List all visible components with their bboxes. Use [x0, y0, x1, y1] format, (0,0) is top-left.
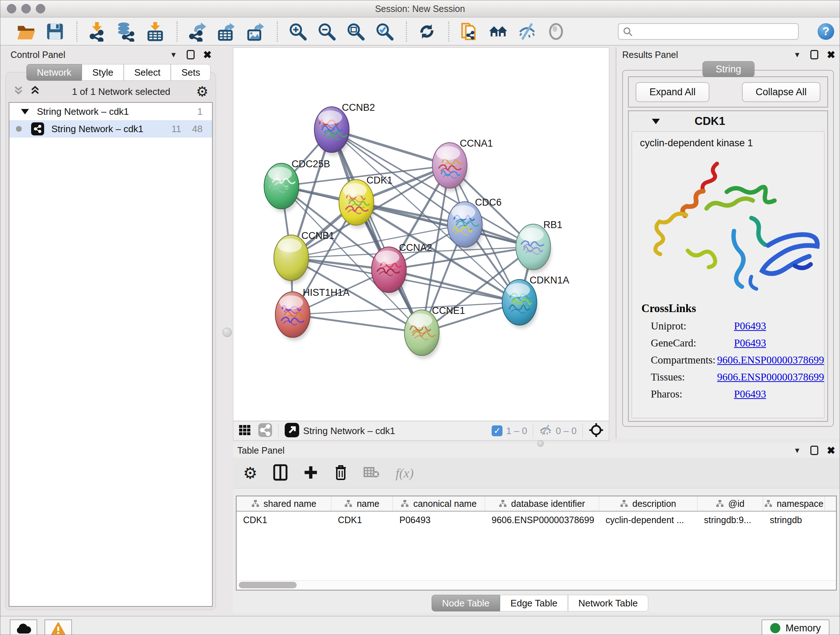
open-session-icon[interactable]: [16, 21, 36, 42]
column-header-name[interactable]: name: [332, 496, 393, 511]
control-panel-title: Control Panel: [11, 50, 65, 60]
memory-button[interactable]: Memory: [761, 619, 829, 635]
section-collapse-triangle-icon[interactable]: [652, 119, 660, 124]
node-ccna2[interactable]: CCNA2: [371, 242, 432, 296]
column-header-database-identifier[interactable]: database identifier: [485, 496, 599, 511]
tab-sets[interactable]: Sets: [171, 64, 210, 81]
edge-hist1h1a-ccne1[interactable]: [293, 315, 422, 333]
crosslink-link[interactable]: 9606.ENSP00000378699: [717, 371, 824, 383]
delete-column-trash-icon[interactable]: [334, 464, 347, 482]
crosslink-link[interactable]: P06493: [734, 388, 766, 400]
function-builder-icon[interactable]: f(x): [395, 466, 414, 481]
tab-style[interactable]: Style: [82, 64, 124, 81]
table-panel-float-icon[interactable]: [810, 446, 818, 455]
delete-table-icon[interactable]: [363, 466, 379, 480]
table-row[interactable]: CDK1CDK1P064939606.ENSP00000378699cyclin…: [237, 511, 836, 528]
network-collection-row[interactable]: String Network – cdk1 1: [9, 103, 212, 120]
hide-selected-eye-icon[interactable]: [516, 21, 538, 42]
zoom-selected-icon[interactable]: [374, 21, 395, 42]
crosslink-link[interactable]: P06493: [734, 337, 766, 349]
results-panel-menu-icon[interactable]: ▼: [794, 51, 801, 59]
tab-network-table[interactable]: Network Table: [568, 595, 648, 611]
network-options-gear-icon[interactable]: ⚙: [196, 85, 208, 98]
control-panel-close-icon[interactable]: ✖: [203, 49, 212, 61]
hidden-eye-slash-icon[interactable]: [539, 424, 552, 438]
table-cell[interactable]: P06493: [393, 515, 485, 525]
string-home-icon[interactable]: [488, 21, 508, 42]
show-all-eye-icon[interactable]: [546, 21, 567, 42]
node-details-header[interactable]: CDK1: [629, 111, 827, 131]
export-table-icon[interactable]: [216, 21, 237, 42]
table-horizontal-scrollbar[interactable]: [237, 580, 836, 590]
table-panel-close-icon[interactable]: ✖: [827, 445, 835, 456]
tab-select[interactable]: Select: [124, 64, 171, 81]
bottom-splitter-handle[interactable]: [537, 440, 544, 447]
node-rb1[interactable]: RB1: [516, 219, 562, 273]
tab-edge-table[interactable]: Edge Table: [500, 595, 568, 611]
network-canvas[interactable]: CCNB2CCNA1CDC25BCDK1CDC6RB1CCNB1CCNA2CDK…: [233, 48, 609, 421]
help-icon[interactable]: ?: [818, 23, 834, 40]
selected-checkbox-icon[interactable]: ✓: [492, 425, 502, 436]
network-share-icon[interactable]: [258, 423, 272, 439]
node-ccne1[interactable]: CCNE1: [404, 305, 465, 359]
table-panel-menu-icon[interactable]: ▼: [794, 447, 801, 455]
column-header-canonical-name[interactable]: canonical name: [393, 496, 485, 511]
table-cell[interactable]: CDK1: [237, 515, 332, 525]
expand-all-chevron-icon[interactable]: [30, 85, 41, 99]
column-header-shared-name[interactable]: shared name: [237, 496, 332, 511]
zoom-in-icon[interactable]: [287, 21, 308, 42]
refresh-icon[interactable]: [416, 21, 437, 42]
search-icon: [623, 27, 633, 37]
export-network-icon[interactable]: [187, 21, 208, 42]
collapse-triangle-icon[interactable]: [21, 109, 29, 114]
tab-network[interactable]: Network: [27, 64, 82, 81]
export-image-icon[interactable]: [245, 21, 266, 42]
scrollbar-thumb[interactable]: [239, 582, 297, 588]
import-network-icon[interactable]: [87, 21, 108, 42]
open-in-new-icon[interactable]: [284, 423, 300, 439]
collection-count: 1: [197, 106, 202, 117]
table-cell[interactable]: 9606.ENSP00000378699: [485, 515, 599, 525]
fit-selected-crosshair-icon[interactable]: [589, 423, 604, 439]
node-ccna1[interactable]: CCNA1: [432, 138, 493, 192]
collapse-all-chevron-icon[interactable]: [13, 85, 24, 99]
column-header-namespace[interactable]: namespace: [763, 496, 825, 511]
table-cell[interactable]: CDK1: [332, 515, 393, 525]
results-panel-float-icon[interactable]: [810, 50, 818, 59]
title-bar: Session: New Session: [0, 0, 840, 17]
control-panel-body: 1 of 1 Network selected ⚙ String Network…: [5, 72, 216, 610]
warnings-button[interactable]: [44, 619, 72, 635]
network-row-selected[interactable]: String Network – cdk1 11 48: [9, 120, 212, 138]
node-ccnb2[interactable]: CCNB2: [314, 102, 375, 156]
import-database-icon[interactable]: [116, 21, 137, 42]
cloud-button[interactable]: [10, 619, 37, 635]
node-cdc25b[interactable]: CDC25B: [264, 158, 330, 212]
left-splitter-handle[interactable]: [223, 328, 232, 337]
table-cell[interactable]: stringdb:9...: [698, 515, 763, 525]
column-header-description[interactable]: description: [599, 496, 698, 511]
table-cell[interactable]: stringdb: [763, 515, 825, 525]
collapse-all-button[interactable]: Collapse All: [742, 82, 821, 102]
crosslink-link[interactable]: 9606.ENSP00000378699: [717, 354, 824, 366]
control-panel-float-icon[interactable]: [187, 50, 195, 59]
create-column-plus-icon[interactable]: [303, 465, 318, 481]
save-session-icon[interactable]: [44, 21, 65, 42]
results-panel-close-icon[interactable]: ✖: [827, 49, 835, 61]
edge-ccnb2-ccne1[interactable]: [332, 130, 422, 333]
column-header-id[interactable]: @id: [698, 496, 763, 511]
control-panel-menu-icon[interactable]: ▼: [170, 51, 177, 59]
zoom-out-icon[interactable]: [316, 21, 337, 42]
crosslink-link[interactable]: P06493: [734, 320, 766, 332]
expand-all-button[interactable]: Expand All: [636, 82, 709, 102]
import-table-icon[interactable]: [145, 21, 166, 42]
tab-string[interactable]: String: [702, 61, 755, 77]
node-cdkn1a[interactable]: CDKN1A: [502, 275, 569, 328]
table-options-gear-icon[interactable]: ⚙: [243, 465, 257, 481]
table-cell[interactable]: cyclin-dependent ...: [599, 515, 698, 525]
show-columns-icon[interactable]: [273, 464, 287, 482]
search-input[interactable]: [618, 23, 799, 40]
tab-node-table[interactable]: Node Table: [431, 595, 500, 611]
zoom-fit-icon[interactable]: [345, 21, 366, 42]
share-document-icon[interactable]: [459, 21, 480, 42]
birds-eye-grid-icon[interactable]: [238, 424, 251, 438]
